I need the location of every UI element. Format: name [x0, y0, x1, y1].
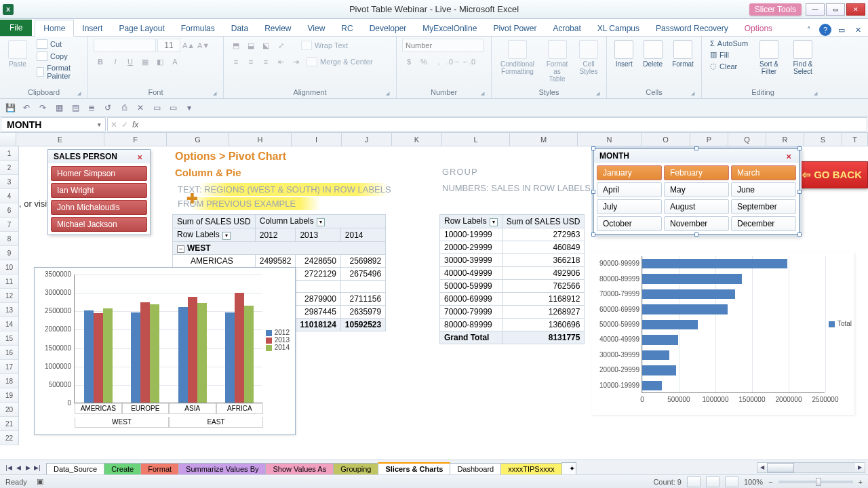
tab-review[interactable]: Review	[256, 20, 299, 36]
next-sheet-icon[interactable]: ▶	[23, 464, 33, 471]
slicer-item-sep[interactable]: September	[731, 199, 796, 214]
borders-button[interactable]: ▦	[138, 55, 152, 68]
go-back-button[interactable]: GO BACK	[791, 161, 868, 188]
row-header[interactable]: 4	[0, 189, 19, 203]
tab-home[interactable]: Home	[35, 20, 74, 37]
italic-button[interactable]: I	[108, 55, 122, 68]
shrink-font-button[interactable]: A▼	[197, 39, 210, 52]
pivot-row-labels[interactable]: Row Labels▾	[173, 228, 256, 242]
tab-formulas[interactable]: Formulas	[173, 20, 223, 36]
row-header[interactable]: 19	[0, 388, 19, 403]
sheet-tab[interactable]: Show Values As	[265, 463, 334, 474]
scroll-right-icon[interactable]: ▶	[855, 463, 865, 472]
cut-button[interactable]: Cut	[34, 39, 82, 49]
row-header[interactable]: 18	[0, 374, 19, 388]
macro-record-icon[interactable]: ▣	[37, 477, 43, 486]
qat-btn[interactable]: ▾	[183, 102, 195, 114]
cells-canvas[interactable]: , or visit Options > Pivot Chart Column …	[19, 146, 868, 455]
qat-btn[interactable]: ≣	[85, 102, 98, 114]
name-box[interactable]: MONTH	[1, 117, 106, 131]
cell-styles-button[interactable]: Cell Styles	[576, 39, 601, 77]
slicer-item[interactable]: Homer Simpson	[51, 166, 147, 181]
accounting-button[interactable]: $	[402, 55, 416, 68]
column-header[interactable]: M	[510, 133, 578, 146]
column-header[interactable]: P	[690, 133, 728, 146]
pivot-column-labels[interactable]: Column Labels▾	[255, 215, 386, 228]
pivot2-rowlabels[interactable]: Row Labels▾	[440, 215, 502, 228]
align-right-button[interactable]: ≡	[259, 55, 273, 68]
first-sheet-icon[interactable]: |◀	[4, 464, 14, 471]
collapse-icon[interactable]: −	[177, 245, 184, 253]
workbook-restore-icon[interactable]: ▭	[835, 24, 848, 36]
format-as-table-button[interactable]: Format as Table	[542, 39, 572, 84]
tab-view[interactable]: View	[300, 20, 334, 36]
percent-button[interactable]: %	[417, 55, 431, 68]
column-header[interactable]: F	[104, 133, 167, 146]
workbook-close-icon[interactable]: ✕	[852, 24, 864, 36]
clear-filter-icon[interactable]: ⨯	[784, 151, 793, 161]
qat-btn[interactable]: ▭	[151, 102, 163, 114]
find-select-button[interactable]: Find & Select	[787, 39, 818, 77]
column-header[interactable]: K	[392, 133, 442, 146]
bold-button[interactable]: B	[94, 55, 107, 68]
slicer-month[interactable]: MONTH⨯ January February March April May …	[593, 148, 800, 235]
row-header[interactable]: 10	[0, 260, 19, 274]
dropdown-icon[interactable]: ▾	[317, 218, 325, 226]
qat-btn[interactable]: ▭	[167, 102, 179, 114]
fx-icon[interactable]: fx	[132, 120, 138, 129]
page-break-view-button[interactable]	[725, 476, 738, 487]
slicer-item-feb[interactable]: February	[664, 165, 729, 180]
sheet-tab[interactable]: Summarize Values By	[178, 463, 266, 474]
format-painter-button[interactable]: Format Painter	[34, 63, 82, 81]
increase-indent-button[interactable]: ⇥	[289, 55, 302, 68]
sheet-nav-buttons[interactable]: |◀ ◀ ▶ ▶|	[0, 464, 46, 471]
clear-button[interactable]: ◌Clear	[707, 61, 751, 71]
zoom-slider[interactable]	[778, 481, 853, 483]
qat-btn[interactable]: ↺	[102, 102, 114, 114]
pivot-chart-hbar[interactable]: 0500000100000015000002000000250000090000…	[591, 252, 854, 415]
decrease-decimal-button[interactable]: ←.0	[462, 55, 475, 68]
tab-developer[interactable]: Developer	[361, 20, 415, 36]
align-middle-button[interactable]: ⬓	[244, 39, 258, 52]
column-header[interactable]: L	[442, 133, 510, 146]
sheet-tab[interactable]: Grouping	[333, 463, 378, 474]
sheet-tab[interactable]: Create	[104, 463, 141, 474]
sort-filter-button[interactable]: Sort & Filter	[755, 39, 783, 77]
grow-font-button[interactable]: A▲	[182, 39, 195, 52]
clear-filter-icon[interactable]: ⨯	[135, 152, 144, 161]
insert-cells-button[interactable]: Insert	[612, 39, 636, 69]
pivot-region-west[interactable]: −WEST	[173, 242, 386, 255]
normal-view-button[interactable]	[687, 476, 701, 487]
delete-cells-button[interactable]: Delete	[640, 39, 665, 69]
undo-icon[interactable]: ↶	[20, 102, 33, 114]
slicer-item-apr[interactable]: April	[597, 182, 662, 197]
slicer-item-mar[interactable]: March	[731, 165, 796, 180]
column-header[interactable]: J	[342, 133, 392, 146]
comma-button[interactable]: ,	[432, 55, 446, 68]
tab-pivot-power[interactable]: Pivot Power	[485, 20, 545, 36]
slicer-item-nov[interactable]: November	[664, 216, 729, 231]
slicer-item-jun[interactable]: June	[731, 182, 796, 197]
autosum-button[interactable]: ΣAutoSum	[707, 39, 751, 48]
zoom-out-button[interactable]: −	[768, 478, 772, 486]
row-header[interactable]: 15	[0, 331, 19, 346]
fill-color-button[interactable]: ◧	[153, 55, 167, 68]
save-icon[interactable]: 💾	[4, 102, 16, 114]
row-header[interactable]: 20	[0, 403, 19, 417]
horizontal-scrollbar[interactable]: ◀ ▶	[757, 462, 865, 473]
cancel-formula-icon[interactable]: ✕	[111, 120, 117, 129]
row-header[interactable]: 22	[0, 431, 19, 445]
align-top-button[interactable]: ⬒	[229, 39, 243, 52]
zoom-thumb[interactable]	[816, 478, 821, 486]
row-header[interactable]: 17	[0, 360, 19, 374]
restore-button[interactable]: ▭	[826, 3, 845, 16]
row-header[interactable]: 21	[0, 417, 19, 431]
slicer-sales-person[interactable]: SALES PERSON⨯ Homer Simpson Ian Wright J…	[47, 149, 151, 235]
qat-btn[interactable]: ✕	[134, 102, 146, 114]
slicer-item[interactable]: Michael Jackson	[51, 217, 147, 232]
column-header[interactable]: T	[842, 133, 868, 146]
align-center-button[interactable]: ≡	[244, 55, 258, 68]
align-bottom-button[interactable]: ⬕	[259, 39, 273, 52]
last-sheet-icon[interactable]: ▶|	[33, 464, 42, 471]
row-header[interactable]: 2	[0, 161, 19, 175]
